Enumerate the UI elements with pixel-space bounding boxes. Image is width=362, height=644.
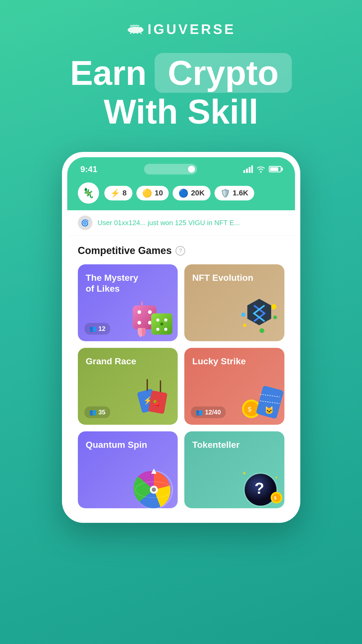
battery-icon xyxy=(269,166,281,172)
svg-point-11 xyxy=(148,321,152,325)
token-pills: ⚡ 8 🟡 10 🔵 20K 🛡️ xyxy=(104,186,254,200)
status-bar: 9:41 xyxy=(67,157,295,178)
logo-area: IGUVERSE xyxy=(126,21,236,37)
svg-point-20 xyxy=(271,304,276,309)
section-header: Competitive Games ? xyxy=(78,245,284,256)
lucky-illustration: $ 🐱 xyxy=(233,374,284,425)
svg-point-23 xyxy=(243,324,246,327)
dynamic-island xyxy=(144,164,197,174)
svg-point-21 xyxy=(273,316,277,319)
svg-point-22 xyxy=(241,313,245,317)
bnb-icon: 🟡 xyxy=(142,189,152,198)
logo-text: IGUVERSE xyxy=(148,21,236,37)
dynamic-island-dot xyxy=(188,166,195,173)
teller-illustration: ? ✦ ✦ ✦ $ xyxy=(235,461,284,508)
svg-point-16 xyxy=(160,322,163,326)
wifi-icon xyxy=(256,165,266,173)
nft-illustration xyxy=(233,291,284,341)
svg-marker-19 xyxy=(247,299,271,325)
avatar-emoji: 🦎 xyxy=(82,187,94,199)
hero-earn: Earn xyxy=(70,56,147,90)
iguana-icon xyxy=(126,25,145,34)
game-title-quantum: Quantum Spin xyxy=(86,439,170,450)
igup-value: 20K xyxy=(191,189,204,197)
lightning-pill[interactable]: ⚡ 8 xyxy=(104,186,133,200)
hero-crypto: Crypto xyxy=(168,54,279,92)
hero-line2: With Skill xyxy=(70,93,292,131)
bnb-pill[interactable]: 🟡 10 xyxy=(136,186,169,200)
lightning-icon: ⚡ xyxy=(110,189,120,198)
phone-inner: 9:41 xyxy=(67,157,295,518)
players-count-lucky: 12/40 xyxy=(205,409,221,416)
game-card-nft-evolution[interactable]: NFT Evolution xyxy=(184,264,284,341)
hero-line1: Earn Crypto xyxy=(70,53,292,93)
phone-outer: 9:41 xyxy=(62,152,300,523)
svg-text:$: $ xyxy=(248,406,251,413)
svg-text:✦: ✦ xyxy=(242,470,247,476)
help-icon[interactable]: ? xyxy=(176,246,185,256)
players-count-grand: 35 xyxy=(99,409,106,416)
svg-text:🍓: 🍓 xyxy=(153,399,160,406)
game-card-grand-race[interactable]: Grand Race 👥 35 ⚡ 🍓 xyxy=(78,348,178,425)
svg-text:$: $ xyxy=(274,496,276,500)
signal-icon xyxy=(243,165,253,173)
game-title-grand: Grand Race xyxy=(86,356,170,367)
svg-point-15 xyxy=(164,318,167,322)
ticker-bar: 🌀 User 01xx124... just won 125 VIGU in N… xyxy=(67,210,295,236)
hero-text: Earn Crypto With Skill xyxy=(70,53,292,131)
main-content: Competitive Games ? The Mysteryof Likes … xyxy=(67,236,295,518)
bnb-value: 10 xyxy=(155,189,163,197)
user-avatar[interactable]: 🦎 xyxy=(78,182,99,204)
ticker-avatar: 🌀 xyxy=(78,216,92,230)
dice-illustration xyxy=(127,292,178,341)
svg-text:🐱: 🐱 xyxy=(265,406,274,415)
svg-point-17 xyxy=(156,328,159,331)
shield-value: 1.6K xyxy=(233,189,248,197)
game-card-tokenteller[interactable]: Tokenteller xyxy=(184,431,284,508)
svg-point-10 xyxy=(137,321,141,325)
game-players-grand: 👥 35 xyxy=(84,406,110,418)
game-players-mystery: 👥 12 xyxy=(84,323,110,335)
svg-rect-4 xyxy=(249,167,251,173)
quantum-illustration xyxy=(129,461,178,508)
phone-mockup: 9:41 xyxy=(62,152,300,523)
help-text: ? xyxy=(179,247,182,254)
igup-pill[interactable]: 🔵 20K xyxy=(173,186,210,200)
svg-rect-2 xyxy=(243,170,245,173)
status-time: 9:41 xyxy=(81,164,97,174)
game-title-teller: Tokenteller xyxy=(192,439,276,450)
game-card-quantum-spin[interactable]: Quantum Spin xyxy=(78,431,178,508)
svg-point-8 xyxy=(137,310,141,314)
game-card-lucky-strike[interactable]: Lucky Strike 👥 12/40 $ xyxy=(184,348,284,425)
svg-point-9 xyxy=(148,310,152,314)
game-players-lucky: 👥 12/40 xyxy=(191,406,226,418)
svg-point-24 xyxy=(260,328,264,333)
hero-crypto-pill: Crypto xyxy=(155,53,292,93)
game-title-mystery: The Mysteryof Likes xyxy=(86,272,170,294)
status-icons xyxy=(243,165,281,173)
players-count-mystery: 12 xyxy=(99,325,106,332)
players-icon-grand: 👥 xyxy=(89,409,96,416)
lightning-value: 8 xyxy=(123,189,127,197)
igup-icon: 🔵 xyxy=(178,189,188,198)
svg-rect-5 xyxy=(251,165,253,173)
game-title-lucky: Lucky Strike xyxy=(192,356,276,367)
svg-point-50 xyxy=(272,493,281,502)
shield-icon: 🛡️ xyxy=(220,189,230,198)
shield-pill[interactable]: 🛡️ 1.6K xyxy=(214,186,254,200)
logo: IGUVERSE xyxy=(126,21,236,37)
svg-point-1 xyxy=(140,27,142,30)
svg-text:?: ? xyxy=(254,479,264,497)
ticker-text: User 01xx124... just won 125 VIGU in NFT… xyxy=(98,219,240,227)
players-icon-lucky: 👥 xyxy=(196,409,203,416)
game-card-mystery-of-likes[interactable]: The Mysteryof Likes 👥 12 xyxy=(78,264,178,341)
svg-point-14 xyxy=(156,318,159,322)
section-title: Competitive Games xyxy=(78,245,172,256)
svg-rect-3 xyxy=(246,169,248,173)
game-title-nft: NFT Evolution xyxy=(192,272,276,283)
svg-point-18 xyxy=(164,328,167,331)
app-header: 🦎 ⚡ 8 🟡 10 🔵 20K xyxy=(67,178,295,210)
race-illustration: ⚡ 🍓 xyxy=(126,374,178,425)
svg-point-40 xyxy=(152,488,156,492)
svg-text:✦: ✦ xyxy=(275,475,278,480)
